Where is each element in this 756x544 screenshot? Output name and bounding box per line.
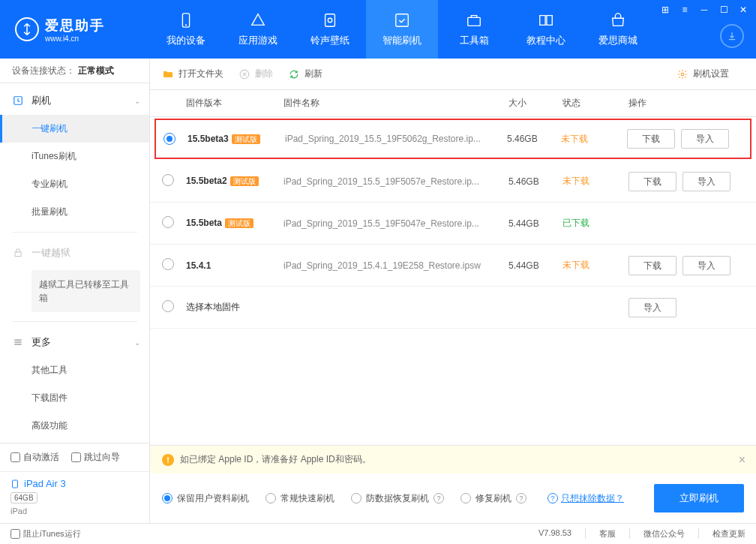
apps-icon [249,11,267,29]
menu-icon[interactable]: ⊞ [658,3,672,17]
device-info[interactable]: iPad Air 3 64GB iPad [0,471,149,523]
sidebar-item-batch[interactable]: 批量刷机 [0,198,149,226]
nav-apps[interactable]: 应用游戏 [222,0,294,59]
help-icon[interactable]: ? [434,493,444,503]
nav-tutorials[interactable]: 教程中心 [510,0,582,59]
open-folder-button[interactable]: 打开文件夹 [162,68,224,80]
table-header: 固件版本 固件名称 大小 状态 操作 [150,90,756,117]
radio-icon[interactable] [164,133,176,145]
book-icon [537,11,555,29]
chevron-down-icon: ⌄ [134,97,140,105]
toolbar: 打开文件夹 删除 刷新 刷机设置 [150,59,756,90]
list-icon[interactable]: ≡ [678,3,692,17]
sidebar: 设备连接状态： 正常模式 刷机 ⌄ 一键刷机 iTunes刷机 专业刷机 批量刷… [0,59,150,523]
nav-my-device[interactable]: 我的设备 [150,0,222,59]
refresh-button[interactable]: 刷新 [288,68,322,80]
svg-rect-5 [468,17,481,26]
firmware-row[interactable]: 15.5beta3测试版 iPad_Spring_2019_15.5_19F50… [154,119,752,159]
skip-guide-checkbox[interactable]: 跳过向导 [71,451,120,464]
firmware-row[interactable]: 选择本地固件 导入 [150,287,756,329]
sidebar-head-jailbreak: 一键越狱 [0,239,149,267]
nav-store[interactable]: 爱思商城 [582,0,654,59]
opt-repair[interactable]: 修复刷机? [460,492,526,505]
logo-icon [15,17,39,41]
minimize-icon[interactable]: ─ [698,3,711,17]
app-url: www.i4.cn [45,35,105,43]
sidebar-head-flash[interactable]: 刷机 ⌄ [0,86,149,115]
flash-settings-button[interactable]: 刷机设置 [676,68,729,80]
import-button[interactable]: 导入 [681,129,729,149]
statusbar: 阻止iTunes运行 V7.98.53 客服 微信公众号 检查更新 [0,523,756,544]
firmware-filename: iPad_Spring_2019_15.5_19F5062g_Restore.i… [285,134,507,144]
sidebar-head-more[interactable]: 更多 ⌄ [0,328,149,356]
svg-rect-4 [396,14,409,27]
maximize-icon[interactable]: ☐ [717,3,730,17]
status-update[interactable]: 检查更新 [712,528,746,539]
flash-options: 保留用户资料刷机 常规快速刷机 防数据恢复刷机? 修复刷机? ?只想抹除数据？ … [150,473,756,523]
firmware-size: 5.46GB [507,134,561,144]
radio-icon[interactable] [162,258,174,270]
col-size: 大小 [508,97,562,110]
notice-text: 如已绑定 Apple ID，请准备好 Apple ID和密码。 [180,453,371,466]
titlebar: 爱思助手 www.i4.cn 我的设备 应用游戏 铃声壁纸 智能刷机 工具箱 教… [0,0,756,59]
sidebar-item-advanced[interactable]: 高级功能 [0,412,149,440]
firmware-status: 未下载 [561,133,627,146]
sidebar-item-oneclick[interactable]: 一键刷机 [0,115,149,143]
firmware-version: 15.5beta3测试版 [188,134,285,145]
radio-icon[interactable] [162,300,174,312]
import-button[interactable]: 导入 [682,172,730,191]
auto-activate-checkbox[interactable]: 自动激活 [10,451,59,464]
notice-bar: ! 如已绑定 Apple ID，请准备好 Apple ID和密码。 × [150,446,756,473]
sidebar-item-pro[interactable]: 专业刷机 [0,170,149,198]
opt-normal[interactable]: 常规快速刷机 [266,492,334,505]
flash-icon [393,11,411,29]
content: 打开文件夹 删除 刷新 刷机设置 固件版本 固件名称 大小 状态 操作 [150,59,756,523]
version-label: V7.98.53 [538,528,572,539]
import-button[interactable]: 导入 [682,256,730,275]
flash-now-button[interactable]: 立即刷机 [654,484,744,512]
firmware-row[interactable]: 15.5beta2测试版 iPad_Spring_2019_15.5_19F50… [150,161,756,203]
device-icon [177,11,195,29]
firmware-status: 已下载 [562,217,628,230]
close-icon[interactable]: ✕ [736,3,750,17]
music-icon [321,11,339,29]
warning-icon: ! [162,454,174,466]
status-wechat[interactable]: 微信公众号 [644,528,685,539]
firmware-version: 15.5beta2测试版 [186,176,284,187]
erase-link[interactable]: 只想抹除数据？ [561,492,624,505]
help-icon[interactable]: ? [516,493,526,503]
svg-rect-11 [13,480,18,488]
sidebar-item-other[interactable]: 其他工具 [0,356,149,384]
firmware-row[interactable]: 15.5beta测试版 iPad_Spring_2019_15.5_19F504… [150,203,756,245]
col-ops: 操作 [628,97,744,110]
help-icon[interactable]: ? [548,493,558,503]
import-button[interactable]: 导入 [628,298,676,317]
sidebar-item-download[interactable]: 下载固件 [0,384,149,412]
download-button[interactable]: 下载 [628,172,676,191]
status-support[interactable]: 客服 [599,528,616,539]
firmware-filename: iPad_Spring_2019_15.4.1_19E258_Restore.i… [284,260,508,271]
download-button[interactable]: 下载 [628,256,676,275]
radio-icon[interactable] [162,216,174,228]
firmware-status: 未下载 [562,259,628,272]
connection-status: 设备连接状态： 正常模式 [0,59,149,83]
nav-toolbox[interactable]: 工具箱 [438,0,510,59]
download-indicator[interactable] [720,24,744,48]
opt-keep-data[interactable]: 保留用户资料刷机 [162,492,249,505]
nav-ringtones[interactable]: 铃声壁纸 [294,0,366,59]
tablet-icon [10,479,20,489]
nav-flash[interactable]: 智能刷机 [366,0,438,59]
firmware-version: 15.4.1 [186,260,284,271]
firmware-row[interactable]: 15.4.1 iPad_Spring_2019_15.4.1_19E258_Re… [150,245,756,287]
window-controls: ⊞ ≡ ─ ☐ ✕ [658,3,750,17]
lock-icon [12,247,24,259]
download-button[interactable]: 下载 [627,129,675,149]
opt-anti-recovery[interactable]: 防数据恢复刷机? [351,492,444,505]
close-icon[interactable]: × [739,453,746,467]
chevron-down-icon: ⌄ [134,338,140,347]
radio-icon[interactable] [162,174,174,186]
sidebar-item-itunes[interactable]: iTunes刷机 [0,143,149,170]
block-itunes-checkbox[interactable]: 阻止iTunes运行 [10,528,81,539]
logo: 爱思助手 www.i4.cn [0,0,150,59]
firmware-filename: iPad_Spring_2019_15.5_19F5057e_Restore.i… [284,176,508,187]
